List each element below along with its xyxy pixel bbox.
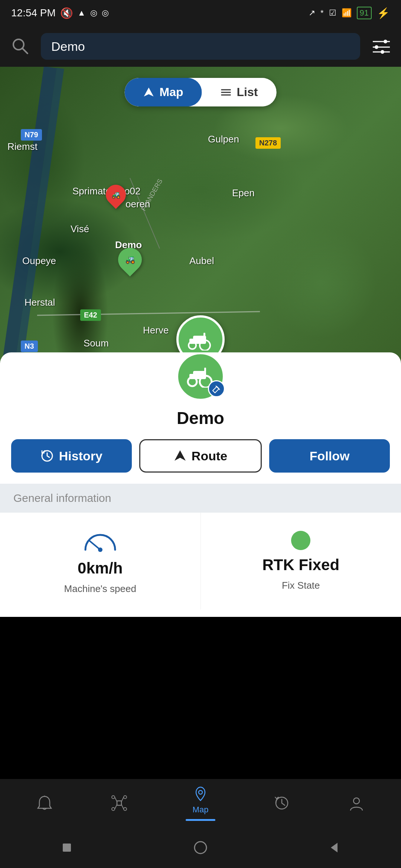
marker-pin-green: 🚜 bbox=[113, 243, 147, 277]
action-buttons: History Route Follow bbox=[0, 439, 401, 473]
rtk-status-dot bbox=[291, 531, 310, 550]
svg-line-43 bbox=[121, 805, 124, 809]
tractor-icon-red: 🚜 bbox=[111, 190, 121, 199]
android-home-button[interactable] bbox=[189, 836, 212, 859]
nav-item-history[interactable] bbox=[274, 795, 290, 811]
sim-icon: ☑ bbox=[329, 8, 336, 18]
info-cards: 0km/h Machine's speed RTK Fixed Fix Stat… bbox=[0, 513, 401, 609]
svg-point-3 bbox=[375, 45, 378, 49]
android-nav-bar bbox=[0, 827, 401, 868]
speed-value: 0km/h bbox=[78, 559, 123, 577]
svg-line-42 bbox=[115, 805, 117, 809]
map-tab-label: Map bbox=[160, 85, 183, 99]
list-icon bbox=[221, 87, 232, 98]
history-button-label: History bbox=[59, 449, 102, 463]
speed-card: 0km/h Machine's speed bbox=[0, 513, 201, 609]
history-button[interactable]: History bbox=[11, 439, 132, 473]
history-icon bbox=[40, 449, 54, 463]
edit-icon bbox=[212, 384, 221, 394]
map-tab[interactable]: Map bbox=[125, 78, 202, 106]
route-button[interactable]: Route bbox=[139, 439, 262, 473]
status-right: ↗ * ☑ 📶 91 ⚡ bbox=[309, 7, 390, 19]
list-tab[interactable]: List bbox=[202, 78, 277, 106]
clock-nav-icon bbox=[274, 795, 290, 811]
search-icon bbox=[11, 37, 30, 56]
status-bar: 12:54 PM 🔇 ▲ ◎ ◎ ↗ * ☑ 📶 91 ⚡ bbox=[0, 0, 401, 26]
svg-point-44 bbox=[199, 790, 202, 794]
rtk-card: RTK Fixed Fix State bbox=[201, 513, 401, 609]
svg-line-28 bbox=[216, 386, 220, 390]
svg-marker-49 bbox=[331, 843, 338, 852]
bottom-panel: Demo History Route Follow General inform… bbox=[0, 352, 401, 617]
device-name: Demo bbox=[0, 408, 401, 428]
svg-point-48 bbox=[195, 842, 206, 854]
speed-label: Machine's speed bbox=[64, 583, 136, 595]
svg-rect-47 bbox=[63, 844, 71, 852]
svg-point-37 bbox=[124, 796, 127, 799]
svg-point-39 bbox=[124, 808, 127, 811]
svg-point-46 bbox=[353, 798, 359, 804]
tractor-float-icon bbox=[186, 328, 215, 351]
device-avatar bbox=[176, 352, 225, 401]
svg-line-1 bbox=[22, 48, 27, 53]
android-stop-button[interactable] bbox=[56, 836, 78, 859]
nav-active-indicator bbox=[186, 819, 215, 821]
back-icon bbox=[327, 841, 341, 855]
nav-item-alerts[interactable] bbox=[36, 795, 53, 811]
svg-point-38 bbox=[112, 808, 115, 811]
filter-icon bbox=[371, 37, 390, 56]
nav-item-connections[interactable] bbox=[111, 795, 127, 811]
nav-item-profile[interactable] bbox=[348, 795, 365, 811]
navigation-arrow-icon bbox=[143, 87, 154, 98]
bluetooth-icon: * bbox=[320, 8, 324, 18]
location-icon: ◎ bbox=[90, 8, 97, 18]
map-area[interactable]: FLANDERS N79 N278 E42 N3 Riemst Gulpen S… bbox=[0, 67, 401, 375]
battery-indicator: 91 bbox=[357, 7, 372, 19]
connections-icon bbox=[111, 795, 127, 811]
bottom-nav: Map bbox=[0, 779, 401, 827]
svg-rect-35 bbox=[117, 801, 121, 805]
svg-rect-27 bbox=[204, 368, 206, 372]
marker-sprimatdemo02[interactable]: 🚜 bbox=[106, 185, 126, 205]
tractor-icon-green: 🚜 bbox=[125, 255, 135, 264]
bell-icon bbox=[36, 795, 53, 811]
svg-point-2 bbox=[384, 40, 387, 43]
speedometer-icon bbox=[82, 527, 119, 553]
nav-item-map[interactable]: Map bbox=[186, 786, 215, 821]
android-back-button[interactable] bbox=[323, 836, 345, 859]
svg-line-41 bbox=[121, 797, 124, 802]
svg-point-36 bbox=[112, 796, 115, 799]
filter-button[interactable] bbox=[368, 33, 394, 59]
list-tab-label: List bbox=[237, 85, 258, 99]
general-info-header: General information bbox=[0, 484, 401, 513]
rtk-value: RTK Fixed bbox=[262, 556, 339, 574]
rtk-label: Fix State bbox=[282, 580, 320, 591]
road-badge-e42: E42 bbox=[80, 309, 101, 321]
svg-marker-14 bbox=[144, 88, 154, 96]
road-badge-n3: N3 bbox=[21, 341, 38, 352]
marker-pin-red: 🚜 bbox=[102, 181, 130, 209]
svg-point-33 bbox=[98, 548, 102, 552]
wifi-icon: 📶 bbox=[342, 8, 352, 18]
search-button[interactable] bbox=[7, 33, 33, 59]
navigation-icon: ▲ bbox=[78, 8, 86, 18]
mute-icon: 🔇 bbox=[60, 7, 73, 19]
map-list-toggle[interactable]: Map List bbox=[125, 78, 277, 106]
profile-icon bbox=[348, 795, 365, 811]
battery-level: 91 bbox=[360, 8, 369, 17]
follow-button[interactable]: Follow bbox=[269, 439, 390, 473]
follow-button-label: Follow bbox=[310, 449, 350, 463]
time: 12:54 PM bbox=[11, 7, 56, 19]
road-badge-n79: N79 bbox=[21, 129, 42, 141]
avatar-area bbox=[0, 352, 401, 401]
map-nav-icon bbox=[192, 786, 209, 802]
route-arrow-icon bbox=[174, 450, 186, 462]
home-circle-icon bbox=[193, 840, 208, 855]
marker-demo[interactable]: 🚜 bbox=[118, 248, 142, 272]
search-bar: Demo bbox=[0, 26, 401, 67]
vpn-icon: ◎ bbox=[102, 8, 109, 18]
svg-rect-22 bbox=[203, 333, 205, 337]
svg-point-8 bbox=[381, 50, 384, 54]
search-input-container[interactable]: Demo bbox=[41, 33, 360, 60]
search-input-value: Demo bbox=[51, 39, 85, 54]
